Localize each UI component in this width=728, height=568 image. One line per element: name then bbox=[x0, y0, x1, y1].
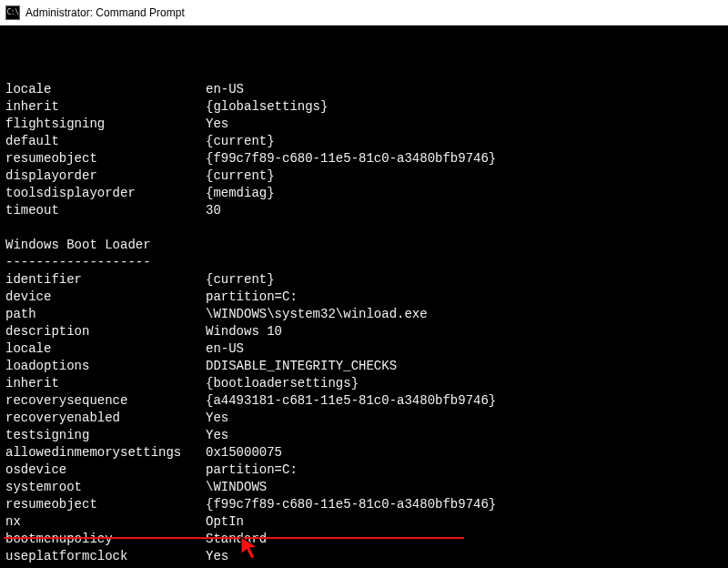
output-value: \WINDOWS bbox=[206, 479, 723, 496]
output-key: flightsigning bbox=[5, 116, 206, 133]
output-key: inherit bbox=[5, 98, 206, 116]
output-row: resumeobject{f99c7f89-c680-11e5-81c0-a34… bbox=[5, 150, 723, 167]
output-row: systemroot\WINDOWS bbox=[5, 479, 723, 496]
output-key: path bbox=[5, 306, 206, 323]
output-value: \WINDOWS\system32\winload.exe bbox=[206, 306, 723, 323]
output-value: Yes bbox=[206, 116, 723, 133]
output-row: devicepartition=C: bbox=[5, 289, 723, 306]
output-row: allowedinmemorysettings0x15000075 bbox=[5, 444, 723, 462]
output-key: inherit bbox=[5, 375, 206, 392]
window-title: Administrator: Command Prompt bbox=[25, 6, 185, 19]
output-key: allowedinmemorysettings bbox=[5, 444, 206, 462]
output-value: {globalsettings} bbox=[206, 98, 723, 116]
output-value: Yes bbox=[206, 410, 723, 427]
output-key: displayorder bbox=[5, 167, 206, 185]
output-value: en-US bbox=[206, 81, 723, 98]
output-key: testsigning bbox=[5, 427, 206, 444]
output-key: useplatformclock bbox=[5, 548, 206, 565]
output-row: descriptionWindows 10 bbox=[5, 323, 723, 340]
output-key: systemroot bbox=[5, 479, 206, 496]
output-key: device bbox=[5, 289, 206, 306]
output-row: nxOptIn bbox=[5, 513, 723, 531]
output-value: {current} bbox=[206, 271, 723, 289]
output-key: loadoptions bbox=[5, 358, 206, 375]
output-key: timeout bbox=[5, 202, 206, 219]
output-row: timeout30 bbox=[5, 202, 723, 219]
output-value: Yes bbox=[206, 548, 723, 565]
output-row: localeen-US bbox=[5, 340, 723, 358]
output-key: recoverysequence bbox=[5, 392, 206, 410]
output-value: Windows 10 bbox=[206, 323, 723, 340]
output-value: 30 bbox=[206, 202, 723, 219]
output-row: inherit{globalsettings} bbox=[5, 98, 723, 116]
output-row: localeen-US bbox=[5, 81, 723, 98]
output-value: {f99c7f89-c680-11e5-81c0-a3480bfb9746} bbox=[206, 496, 723, 513]
output-row: toolsdisplayorder{memdiag} bbox=[5, 185, 723, 202]
output-key: bootmenupolicy bbox=[5, 531, 206, 548]
output-row: recoverysequence{a4493181-c681-11e5-81c0… bbox=[5, 392, 723, 410]
output-row: resumeobject{f99c7f89-c680-11e5-81c0-a34… bbox=[5, 496, 723, 513]
output-value: partition=C: bbox=[206, 462, 723, 479]
output-value: partition=C: bbox=[206, 289, 723, 306]
output-key: osdevice bbox=[5, 462, 206, 479]
command-prompt-window: C:\ Administrator: Command Prompt locale… bbox=[0, 0, 728, 568]
output-row: recoveryenabledYes bbox=[5, 410, 723, 427]
output-row: identifier{current} bbox=[5, 271, 723, 289]
output-row: bootmenupolicyStandard bbox=[5, 531, 723, 548]
terminal-output[interactable]: localeen-USinherit{globalsettings}flight… bbox=[0, 25, 728, 568]
output-row: displayorder{current} bbox=[5, 167, 723, 185]
cmd-icon: C:\ bbox=[5, 5, 20, 20]
output-row: default{current} bbox=[5, 133, 723, 150]
output-key: description bbox=[5, 323, 206, 340]
output-row: flightsigningYes bbox=[5, 116, 723, 133]
highlight-underline bbox=[4, 537, 464, 539]
output-key: recoveryenabled bbox=[5, 410, 206, 427]
output-value: {current} bbox=[206, 167, 723, 185]
output-value: en-US bbox=[206, 340, 723, 358]
output-key: toolsdisplayorder bbox=[5, 185, 206, 202]
output-value: {current} bbox=[206, 133, 723, 150]
output-line: Windows Boot Loader bbox=[5, 237, 723, 254]
output-row: loadoptionsDDISABLE_INTEGRITY_CHECKS bbox=[5, 358, 723, 375]
output-key: locale bbox=[5, 340, 206, 358]
output-value: DDISABLE_INTEGRITY_CHECKS bbox=[206, 358, 723, 375]
output-value: {bootloadersettings} bbox=[206, 375, 723, 392]
output-value: Standard bbox=[206, 531, 723, 548]
output-line: ------------------- bbox=[5, 254, 723, 271]
output-key: identifier bbox=[5, 271, 206, 289]
output-key: default bbox=[5, 133, 206, 150]
output-row: osdevicepartition=C: bbox=[5, 462, 723, 479]
output-row: inherit{bootloadersettings} bbox=[5, 375, 723, 392]
output-row: useplatformclockYes bbox=[5, 548, 723, 565]
output-key: locale bbox=[5, 81, 206, 98]
output-value: {f99c7f89-c680-11e5-81c0-a3480bfb9746} bbox=[206, 150, 723, 167]
titlebar[interactable]: C:\ Administrator: Command Prompt bbox=[0, 0, 728, 25]
output-row: path\WINDOWS\system32\winload.exe bbox=[5, 306, 723, 323]
output-key: nx bbox=[5, 513, 206, 531]
output-key: resumeobject bbox=[5, 496, 206, 513]
output-row: testsigningYes bbox=[5, 427, 723, 444]
blank-line bbox=[5, 219, 723, 237]
output-key: resumeobject bbox=[5, 150, 206, 167]
output-value: {memdiag} bbox=[206, 185, 723, 202]
output-value: {a4493181-c681-11e5-81c0-a3480bfb9746} bbox=[206, 392, 723, 410]
output-value: OptIn bbox=[206, 513, 723, 531]
output-value: 0x15000075 bbox=[206, 444, 723, 462]
output-value: Yes bbox=[206, 427, 723, 444]
